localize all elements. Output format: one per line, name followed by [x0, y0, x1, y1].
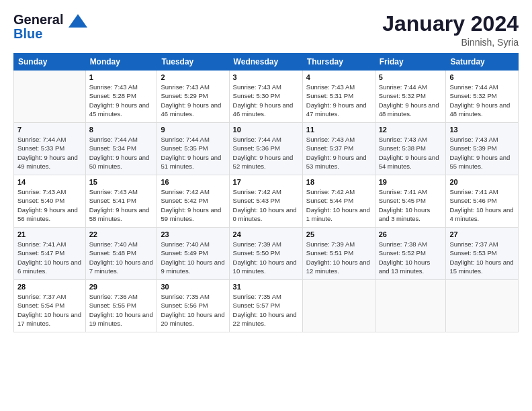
- day-info: Sunrise: 7:43 AMSunset: 5:29 PMDaylight:…: [161, 83, 225, 118]
- day-number: 17: [233, 178, 299, 186]
- calendar-cell: 10Sunrise: 7:44 AMSunset: 5:36 PMDayligh…: [229, 123, 302, 175]
- month-title: January 2024: [382, 12, 519, 36]
- day-header-wednesday: Wednesday: [229, 54, 302, 71]
- calendar-cell: 13Sunrise: 7:43 AMSunset: 5:39 PMDayligh…: [446, 123, 519, 175]
- calendar-cell: [14, 71, 86, 123]
- day-number: 13: [449, 126, 515, 134]
- day-info: Sunrise: 7:43 AMSunset: 5:30 PMDaylight:…: [233, 83, 299, 118]
- day-number: 20: [449, 178, 515, 186]
- calendar-cell: [375, 280, 446, 332]
- day-info: Sunrise: 7:37 AMSunset: 5:54 PMDaylight:…: [17, 292, 82, 328]
- calendar-cell: 5Sunrise: 7:44 AMSunset: 5:32 PMDaylight…: [375, 71, 446, 123]
- day-info: Sunrise: 7:43 AMSunset: 5:28 PMDaylight:…: [89, 83, 154, 118]
- day-info: Sunrise: 7:40 AMSunset: 5:49 PMDaylight:…: [161, 240, 225, 275]
- day-header-friday: Friday: [375, 54, 446, 71]
- week-row-3: 14Sunrise: 7:43 AMSunset: 5:40 PMDayligh…: [14, 175, 519, 228]
- calendar-cell: [302, 280, 375, 332]
- day-number: 8: [89, 126, 154, 134]
- day-header-monday: Monday: [85, 54, 157, 71]
- calendar-cell: 17Sunrise: 7:42 AMSunset: 5:43 PMDayligh…: [229, 175, 302, 228]
- day-info: Sunrise: 7:35 AMSunset: 5:56 PMDaylight:…: [161, 292, 225, 328]
- calendar-cell: 25Sunrise: 7:39 AMSunset: 5:51 PMDayligh…: [302, 228, 375, 280]
- calendar-cell: 28Sunrise: 7:37 AMSunset: 5:54 PMDayligh…: [14, 280, 86, 332]
- day-number: 10: [233, 126, 299, 134]
- day-info: Sunrise: 7:36 AMSunset: 5:55 PMDaylight:…: [89, 292, 154, 328]
- day-number: 26: [379, 230, 443, 238]
- day-number: 11: [306, 126, 371, 134]
- calendar-cell: [446, 280, 519, 332]
- day-info: Sunrise: 7:44 AMSunset: 5:32 PMDaylight:…: [379, 83, 443, 118]
- day-info: Sunrise: 7:44 AMSunset: 5:35 PMDaylight:…: [161, 135, 225, 171]
- day-info: Sunrise: 7:43 AMSunset: 5:39 PMDaylight:…: [449, 135, 515, 171]
- day-info: Sunrise: 7:42 AMSunset: 5:44 PMDaylight:…: [306, 187, 371, 223]
- calendar-cell: 21Sunrise: 7:41 AMSunset: 5:47 PMDayligh…: [14, 228, 86, 280]
- day-info: Sunrise: 7:44 AMSunset: 5:34 PMDaylight:…: [89, 135, 154, 171]
- week-row-5: 28Sunrise: 7:37 AMSunset: 5:54 PMDayligh…: [14, 280, 519, 332]
- calendar-header-row: SundayMondayTuesdayWednesdayThursdayFrid…: [14, 54, 519, 71]
- calendar-cell: 12Sunrise: 7:43 AMSunset: 5:38 PMDayligh…: [375, 123, 446, 175]
- day-header-sunday: Sunday: [14, 54, 86, 71]
- day-number: 9: [161, 126, 225, 134]
- day-number: 27: [449, 230, 515, 238]
- day-info: Sunrise: 7:37 AMSunset: 5:53 PMDaylight:…: [449, 240, 515, 275]
- calendar-cell: 8Sunrise: 7:44 AMSunset: 5:34 PMDaylight…: [85, 123, 157, 175]
- logo: General Blue: [13, 12, 87, 41]
- week-row-4: 21Sunrise: 7:41 AMSunset: 5:47 PMDayligh…: [14, 228, 519, 280]
- week-row-1: 1Sunrise: 7:43 AMSunset: 5:28 PMDaylight…: [14, 71, 519, 123]
- day-number: 29: [89, 283, 154, 291]
- day-number: 14: [17, 178, 82, 186]
- day-number: 16: [161, 178, 225, 186]
- day-number: 1: [89, 73, 154, 81]
- logo-general: General: [13, 12, 63, 27]
- calendar-cell: 11Sunrise: 7:43 AMSunset: 5:37 PMDayligh…: [302, 123, 375, 175]
- title-block: January 2024 Binnish, Syria: [382, 12, 519, 48]
- day-info: Sunrise: 7:41 AMSunset: 5:46 PMDaylight:…: [449, 187, 515, 223]
- calendar-cell: 27Sunrise: 7:37 AMSunset: 5:53 PMDayligh…: [446, 228, 519, 280]
- day-number: 30: [161, 283, 225, 291]
- calendar-cell: 24Sunrise: 7:39 AMSunset: 5:50 PMDayligh…: [229, 228, 302, 280]
- day-number: 3: [233, 73, 299, 81]
- calendar-cell: 31Sunrise: 7:35 AMSunset: 5:57 PMDayligh…: [229, 280, 302, 332]
- calendar-cell: 18Sunrise: 7:42 AMSunset: 5:44 PMDayligh…: [302, 175, 375, 228]
- day-info: Sunrise: 7:39 AMSunset: 5:51 PMDaylight:…: [306, 240, 371, 275]
- calendar-cell: 1Sunrise: 7:43 AMSunset: 5:28 PMDaylight…: [85, 71, 157, 123]
- logo-icon: [69, 14, 87, 28]
- day-number: 2: [161, 73, 225, 81]
- day-number: 24: [233, 230, 299, 238]
- calendar-cell: 9Sunrise: 7:44 AMSunset: 5:35 PMDaylight…: [157, 123, 229, 175]
- day-number: 5: [379, 73, 443, 81]
- svg-marker-0: [69, 14, 87, 28]
- day-info: Sunrise: 7:38 AMSunset: 5:52 PMDaylight:…: [379, 240, 443, 275]
- day-info: Sunrise: 7:43 AMSunset: 5:40 PMDaylight:…: [17, 187, 82, 223]
- day-number: 18: [306, 178, 371, 186]
- week-row-2: 7Sunrise: 7:44 AMSunset: 5:33 PMDaylight…: [14, 123, 519, 175]
- calendar-cell: 7Sunrise: 7:44 AMSunset: 5:33 PMDaylight…: [14, 123, 86, 175]
- day-info: Sunrise: 7:44 AMSunset: 5:32 PMDaylight:…: [449, 83, 515, 118]
- calendar-table: SundayMondayTuesdayWednesdayThursdayFrid…: [13, 53, 519, 332]
- day-number: 23: [161, 230, 225, 238]
- calendar-cell: 29Sunrise: 7:36 AMSunset: 5:55 PMDayligh…: [85, 280, 157, 332]
- page: General Blue January 2024 Binnish, Syria…: [0, 0, 532, 411]
- day-number: 12: [379, 126, 443, 134]
- day-number: 19: [379, 178, 443, 186]
- day-info: Sunrise: 7:43 AMSunset: 5:37 PMDaylight:…: [306, 135, 371, 171]
- day-info: Sunrise: 7:43 AMSunset: 5:38 PMDaylight:…: [379, 135, 443, 171]
- day-info: Sunrise: 7:44 AMSunset: 5:36 PMDaylight:…: [233, 135, 299, 171]
- day-number: 28: [17, 283, 82, 291]
- calendar-cell: 4Sunrise: 7:43 AMSunset: 5:31 PMDaylight…: [302, 71, 375, 123]
- day-info: Sunrise: 7:42 AMSunset: 5:42 PMDaylight:…: [161, 187, 225, 223]
- day-info: Sunrise: 7:35 AMSunset: 5:57 PMDaylight:…: [233, 292, 299, 328]
- header: General Blue January 2024 Binnish, Syria: [13, 12, 519, 48]
- day-number: 21: [17, 230, 82, 238]
- calendar-cell: 3Sunrise: 7:43 AMSunset: 5:30 PMDaylight…: [229, 71, 302, 123]
- day-info: Sunrise: 7:43 AMSunset: 5:41 PMDaylight:…: [89, 187, 154, 223]
- day-info: Sunrise: 7:41 AMSunset: 5:45 PMDaylight:…: [379, 187, 443, 223]
- day-number: 31: [233, 283, 299, 291]
- day-number: 15: [89, 178, 154, 186]
- logo-text: General: [13, 12, 87, 28]
- calendar-cell: 16Sunrise: 7:42 AMSunset: 5:42 PMDayligh…: [157, 175, 229, 228]
- day-info: Sunrise: 7:43 AMSunset: 5:31 PMDaylight:…: [306, 83, 371, 118]
- location: Binnish, Syria: [382, 37, 519, 48]
- day-number: 6: [449, 73, 515, 81]
- calendar-cell: 15Sunrise: 7:43 AMSunset: 5:41 PMDayligh…: [85, 175, 157, 228]
